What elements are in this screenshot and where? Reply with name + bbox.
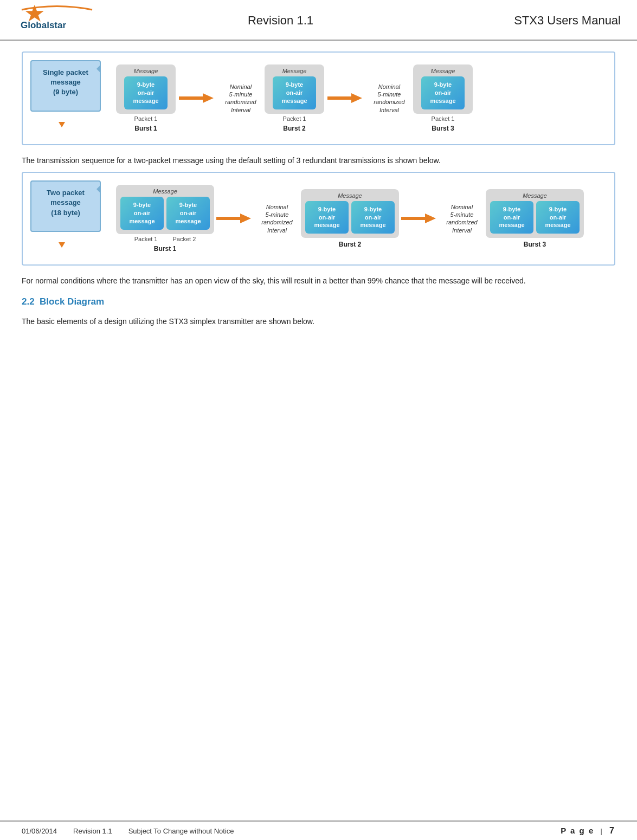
para-3: The basic elements of a design utilizing… [22,316,615,328]
burst-3-block: Message 9-byteon-airmessage [413,64,473,114]
two-burst-1: Message 9-byteon-airmessage 9-byteon-air… [116,185,214,253]
two-arrow-2-3 [401,211,436,226]
single-packet-note: Single packet message (9 byte) [30,60,101,112]
burst-1-block: Message 9-byteon-airmessage [116,64,176,114]
footer-page: P a g e | 7 [561,826,615,836]
burst-row-2: Message 9-byteon-airmessage 9-byteon-air… [116,185,607,253]
header-revision: Revision 1.1 [103,14,458,28]
interval-label-2: Nominal5-minuterandomizedInterval [368,83,411,114]
svg-marker-7 [401,214,436,223]
interval-label-1: Nominal5-minuterandomizedInterval [219,83,262,114]
two-interval-label-1: Nominal5-minuterandomizedInterval [255,203,299,234]
section-heading-2-2: 2.2 Block Diagram [22,296,615,307]
page-header: Globalstar Revision 1.1 STX3 Users Manua… [0,0,637,41]
note2-down-arrow [56,232,67,249]
burst-2-block: Message 9-byteon-airmessage [265,64,324,114]
svg-text:Globalstar: Globalstar [21,20,66,30]
logo: Globalstar [16,5,103,35]
two-burst-3: Message 9-byteon-airmessage 9-byteon-air… [486,189,584,249]
diagram-two-packet: Two packet message (18 byte) Message [22,172,615,266]
page-footer: 01/06/2014 Revision 1.1 Subject To Chang… [0,820,637,840]
svg-marker-5 [59,232,65,248]
svg-marker-6 [216,214,251,223]
svg-marker-2 [59,112,65,127]
svg-marker-3 [179,93,214,103]
single-packet-note-text: Single packet message (9 byte) [37,68,94,98]
svg-marker-4 [327,93,362,103]
footer-revision: Revision 1.1 [73,827,112,835]
note-down-arrow [56,112,67,129]
main-content: Single packet message (9 byte) Message 9… [0,41,637,344]
footer-notice: Subject To Change without Notice [128,827,234,835]
burst-2: Message 9-byteon-airmessage Packet 1 Bur… [265,64,324,132]
two-packet-note: Two packet message (18 byte) [30,180,101,232]
para-2: For normal conditions where the transmit… [22,275,615,287]
para-1: The transmission sequence for a two-pack… [22,155,615,167]
footer-date: 01/06/2014 [22,827,57,835]
burst-3: Message 9-byteon-airmessage Packet 1 Bur… [413,64,473,132]
two-arrow-1-2 [216,211,251,226]
two-interval-label-2: Nominal5-minuterandomizedInterval [440,203,484,234]
diagram-single-packet: Single packet message (9 byte) Message 9… [22,51,615,145]
arrow-1-2 [179,91,214,106]
burst-1: Message 9-byteon-airmessage Packet 1 Bur… [116,64,176,132]
burst-row-1: Message 9-byteon-airmessage Packet 1 Bur… [116,64,607,132]
arrow-2-3 [327,91,362,106]
two-burst-2: Message 9-byteon-airmessage 9-byteon-air… [301,189,399,249]
header-title: STX3 Users Manual [458,14,621,28]
two-packet-note-text: Two packet message (18 byte) [37,188,94,218]
